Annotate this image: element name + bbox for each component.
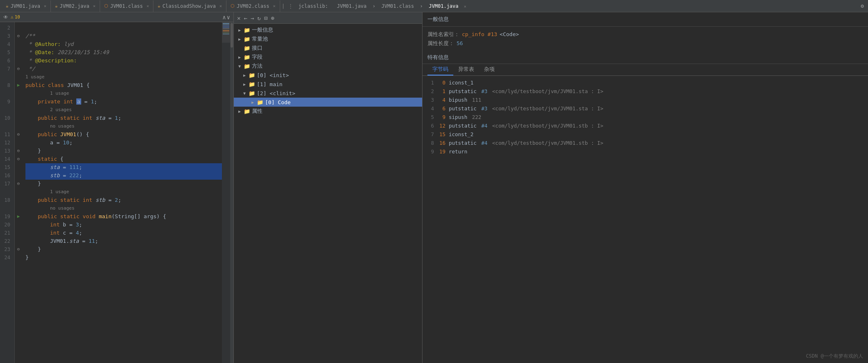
tab-jvm01-class[interactable]: ⬡ JVM01.class ✕ (100, 0, 154, 12)
tree-arrow: ▶ (237, 37, 242, 41)
main-area: 👁 ⚠ 10 ∧ ∨ 2 3 4 5 6 7 8 9 (0, 12, 868, 363)
warning-badge[interactable]: ⚠ 10 (11, 14, 20, 20)
line-num: 20 (0, 221, 13, 229)
tab-close-icon[interactable]: ✕ (219, 4, 222, 8)
tree-label: [0] Code (265, 99, 291, 105)
usage-line: no usages (25, 204, 222, 212)
tree-item-fields[interactable]: ▶ 📁 字段 (234, 53, 422, 62)
class-icon: ⬡ (104, 3, 108, 9)
bytecode-row: 9 19 return (427, 147, 863, 156)
line-num: 14 (0, 155, 13, 163)
tab-close-icon[interactable]: ✕ (273, 4, 276, 8)
line-num (0, 89, 13, 98)
line-num (0, 122, 13, 130)
tree-item-clinit[interactable]: ▼ 📁 [2] <clinit> (234, 89, 422, 98)
line-num: 4 (0, 40, 13, 48)
tree-item-code[interactable]: ▶ 📁 [0] Code (234, 98, 422, 107)
code-line-highlighted: stb = 222; (25, 171, 222, 180)
tab-close-icon[interactable]: ✕ (146, 4, 149, 8)
tree-arrow: ▶ (242, 73, 247, 78)
line-num: 11 (0, 130, 13, 139)
breadcrumb-item1[interactable]: JVM01.java (337, 3, 366, 9)
folder-icon: 📁 (244, 63, 250, 69)
tab-close-icon[interactable]: ✕ (44, 4, 46, 8)
class-icon: ⬡ (231, 3, 235, 9)
tab-overflow[interactable]: ⋮ (286, 3, 295, 9)
usage-line: 1 usage (25, 73, 222, 81)
tab-jvm02-class[interactable]: ⬡ JVM02.class ✕ (226, 0, 280, 12)
tab-jvm01-java-1[interactable]: ☕ JVM01.java ✕ (2, 0, 51, 12)
tab-bar: ☕ JVM01.java ✕ ☕ JVM02.java ✕ ⬡ JVM01.cl… (0, 0, 868, 12)
breadcrumb-item2[interactable]: JVM01.class (381, 3, 414, 9)
watermark: CSDN @一个有梦有戏的人 (806, 353, 863, 360)
tab-close-icon[interactable]: ✕ (93, 4, 96, 8)
tab-misc[interactable]: 杂项 (479, 64, 500, 75)
tree-label: [2] <clinit> (257, 90, 295, 96)
bytecode-table: 1 0 iconst_1 2 1 putstatic #3 <com/lyd/t… (423, 76, 868, 363)
code-line: */ (25, 65, 222, 73)
bytecode-row: 2 1 putstatic #3 <com/lyd/testboot/jvm/J… (427, 87, 863, 96)
forward-icon[interactable]: → (251, 15, 254, 21)
line-num: 24 (0, 253, 13, 262)
folder-icon: 📁 (249, 72, 255, 78)
bytecode-row: 7 15 iconst_2 (427, 130, 863, 139)
tree-arrow: ▼ (237, 64, 242, 68)
split-icon[interactable]: ⊟ (264, 15, 267, 21)
attr-row-name: 属性名索引： cp_info #13 <Code> (427, 30, 863, 39)
settings-icon[interactable]: ⚙ (861, 3, 868, 9)
line-num: 22 (0, 237, 13, 245)
folder-icon: 📁 (249, 90, 255, 96)
expand-icon[interactable]: ∨ (227, 14, 230, 21)
breadcrumb-close[interactable]: ✕ (464, 4, 466, 9)
line-num (0, 106, 13, 114)
browser-icon[interactable]: ⊕ (271, 15, 274, 21)
java-icon: ☕ (55, 3, 58, 9)
info-title: 一般信息 (427, 16, 449, 22)
tree-item-interface[interactable]: 📁 接口 (234, 43, 422, 53)
close-icon[interactable]: ✕ (237, 15, 240, 21)
tree-arrow: ▶ (242, 82, 247, 87)
line-num: 2 (0, 24, 13, 32)
tab-classloadshow-java[interactable]: ☕ ClassLoadShow.java ✕ (153, 0, 226, 12)
warning-count: 10 (15, 14, 20, 20)
line-num: 7 (0, 65, 13, 73)
attr-row-len: 属性长度： 56 (427, 39, 863, 48)
hide-icon[interactable]: 👁 (3, 14, 8, 20)
back-icon[interactable]: ← (244, 15, 247, 21)
tree-item-general[interactable]: ▶ 📁 一般信息 (234, 25, 422, 34)
line-num: 12 (0, 139, 13, 147)
tree-item-attributes[interactable]: ▶ 📁 属性 (234, 107, 422, 116)
tree-label: [0] <init> (257, 72, 289, 78)
tree-item-methods[interactable]: ▼ 📁 方法 (234, 62, 422, 71)
run-gutter[interactable]: ▶ (15, 81, 22, 89)
folder-icon: 📁 (244, 45, 250, 51)
collapse-icon[interactable]: ∧ (222, 14, 226, 21)
line-numbers: 2 3 4 5 6 7 8 9 10 11 12 13 14 15 16 17 (0, 22, 15, 363)
java-icon: ☕ (158, 3, 160, 9)
editor-panel: 👁 ⚠ 10 ∧ ∨ 2 3 4 5 6 7 8 9 (0, 12, 234, 363)
breadcrumb-item3[interactable]: JVM01.java (429, 3, 458, 9)
tab-bytecode[interactable]: 字节码 (427, 64, 453, 75)
tab-exception-table[interactable]: 异常表 (453, 64, 479, 75)
tree-label: 属性 (252, 107, 263, 115)
tab-jvm02-java[interactable]: ☕ JVM02.java ✕ (51, 0, 100, 12)
tree-item-init[interactable]: ▶ 📁 [0] <init> (234, 71, 422, 80)
tree-item-main[interactable]: ▶ 📁 [1] main (234, 80, 422, 89)
line-num (0, 73, 13, 81)
refresh-icon[interactable]: ↻ (257, 15, 260, 21)
tab-label: JVM01.class (110, 3, 143, 9)
code-line: static { (25, 155, 222, 163)
code-line: * @Author: lyd (25, 40, 222, 48)
tree-arrow: ▶ (237, 55, 242, 59)
attr-len-val: 56 (457, 39, 463, 48)
code-line: public static int stb = 2; (25, 196, 222, 204)
bytecode-row: 1 0 iconst_1 (427, 78, 863, 87)
tree-item-constants[interactable]: ▶ 📁 常量池 (234, 34, 422, 43)
info-tabs: 字节码 异常表 杂项 (423, 64, 868, 76)
attr-len-label: 属性长度： (427, 39, 454, 48)
code-line: int c = 4; (25, 229, 222, 237)
line-num: 10 (0, 114, 13, 122)
tree-label: 方法 (252, 62, 263, 70)
vscrollbar[interactable] (230, 22, 233, 363)
run-gutter-2[interactable]: ▶ (15, 212, 22, 221)
